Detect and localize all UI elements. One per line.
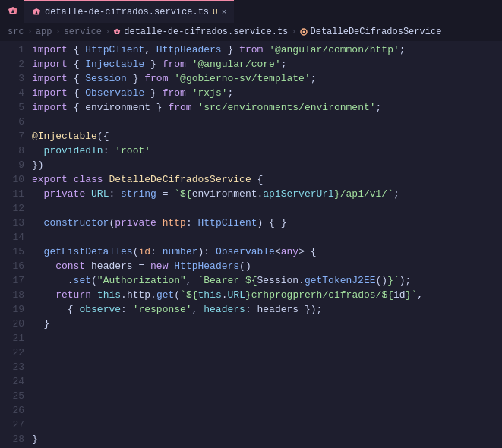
- code-line-18: return this.http.get(`${this.URL}crhprog…: [32, 288, 502, 302]
- code-line-15: getListDetalles(id: number): Observable<…: [32, 245, 502, 259]
- breadcrumb-app: app: [36, 27, 52, 37]
- code-area: import { HttpClient, HttpHeaders } from …: [32, 41, 502, 448]
- breadcrumb-service-icon: [300, 28, 308, 36]
- tab-close[interactable]: ×: [222, 8, 227, 17]
- breadcrumb-class: DetalleDeCifradosService: [311, 27, 442, 37]
- tab-label: detalle-de-cifrados.service.ts: [45, 7, 209, 17]
- code-line-1: import { HttpClient, HttpHeaders } from …: [32, 43, 502, 57]
- code-line-11: private URL: string = `${environment.api…: [32, 187, 502, 201]
- code-line-2: import { Injectable } from '@angular/cor…: [32, 57, 502, 71]
- code-line-19: { observe: 'response', headers: headers …: [32, 302, 502, 317]
- svg-point-8: [302, 31, 305, 33]
- breadcrumb: src › app › service › detalle-de-cifrado…: [0, 23, 502, 41]
- code-line-17: .set("Authorization", `Bearer ${Session.…: [32, 273, 502, 288]
- code-line-23: [32, 360, 502, 374]
- code-line-13: constructor(private http: HttpClient) { …: [32, 216, 502, 230]
- code-line-4: import { Observable } from 'rxjs';: [32, 86, 502, 100]
- code-line-7: @Injectable({: [32, 129, 502, 144]
- breadcrumb-src: src: [8, 27, 24, 37]
- sep2: ›: [55, 27, 60, 37]
- code-line-26: [32, 403, 502, 418]
- angular-icon: [8, 6, 18, 17]
- code-line-6: [32, 115, 502, 129]
- breadcrumb-service: service: [64, 27, 102, 37]
- tab[interactable]: detalle-de-cifrados.service.ts U ×: [24, 0, 234, 23]
- title-bar: detalle-de-cifrados.service.ts U ×: [0, 0, 502, 23]
- code-line-24: [32, 374, 502, 389]
- code-line-28: }: [32, 432, 502, 446]
- tab-modified: U: [213, 8, 218, 17]
- code-line-3: import { Session } from '@gobierno-sv/te…: [32, 71, 502, 86]
- code-line-9: }): [32, 158, 502, 172]
- code-line-20: }: [32, 317, 502, 331]
- code-line-10: export class DetalleDeCifradosService {: [32, 172, 502, 187]
- sep1: ›: [27, 27, 33, 37]
- code-line-5: import { environment } from 'src/environ…: [32, 100, 502, 115]
- editor: 12345 678910 1112131415 1617181920 21222…: [0, 41, 502, 448]
- code-line-21: [32, 331, 502, 345]
- line-numbers: 12345 678910 1112131415 1617181920 21222…: [0, 41, 32, 448]
- code-line-22: [32, 345, 502, 360]
- breadcrumb-angular-icon: [113, 28, 121, 36]
- breadcrumb-file: detalle-de-cifrados.service.ts: [124, 27, 288, 37]
- code-line-14: [32, 230, 502, 245]
- sep3: ›: [105, 27, 110, 37]
- code-line-25: [32, 389, 502, 403]
- tab-angular-icon: [32, 8, 41, 17]
- code-line-16: const headers = new HttpHeaders(): [32, 259, 502, 273]
- sep4: ›: [291, 27, 296, 37]
- code-line-12: [32, 201, 502, 216]
- code-line-8: providedIn: 'root': [32, 144, 502, 158]
- code-line-27: [32, 418, 502, 432]
